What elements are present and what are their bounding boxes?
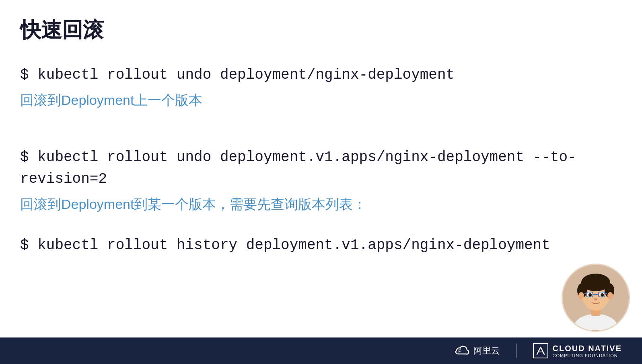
- cncf-text: CLOUD NATIVE COMPUTING FOUNDATION: [552, 344, 622, 358]
- logo-divider: [516, 344, 517, 358]
- svg-point-18: [594, 298, 597, 301]
- command-line-2: $ kubectl rollout undo deployment.v1.app…: [20, 147, 622, 190]
- command-description-2: 回滚到Deployment到某一个版本，需要先查询版本列表：: [20, 194, 622, 215]
- command-block-2: $ kubectl rollout undo deployment.v1.app…: [20, 147, 622, 256]
- command-line-3: $ kubectl rollout history deployment.v1.…: [20, 235, 622, 256]
- command-block-1: $ kubectl rollout undo deployment/nginx-…: [20, 64, 622, 110]
- footer-bar: 阿里云 CLOUD NATIVE COMPUTING FOUNDATION: [0, 337, 642, 364]
- svg-point-11: [588, 293, 592, 297]
- aliyun-text: 阿里云: [473, 345, 500, 357]
- main-content: 快速回滚 $ kubectl rollout undo deployment/n…: [0, 0, 642, 337]
- command-description-1: 回滚到Deployment上一个版本: [20, 90, 622, 110]
- aliyun-logo: 阿里云: [453, 345, 500, 357]
- avatar: [562, 264, 630, 332]
- command-line-1: $ kubectl rollout undo deployment/nginx-…: [20, 64, 622, 86]
- svg-rect-19: [533, 344, 548, 358]
- svg-point-7: [578, 292, 584, 299]
- cncf-sub-text: COMPUTING FOUNDATION: [552, 353, 622, 358]
- cncf-logo: CLOUD NATIVE COMPUTING FOUNDATION: [533, 343, 622, 358]
- aliyun-icon: [453, 345, 470, 357]
- cncf-main-text: CLOUD NATIVE: [552, 344, 622, 353]
- page-title: 快速回滚: [20, 16, 622, 44]
- svg-point-8: [607, 292, 613, 299]
- avatar-image: [564, 266, 628, 330]
- cncf-icon: [533, 343, 548, 358]
- svg-point-12: [601, 293, 604, 297]
